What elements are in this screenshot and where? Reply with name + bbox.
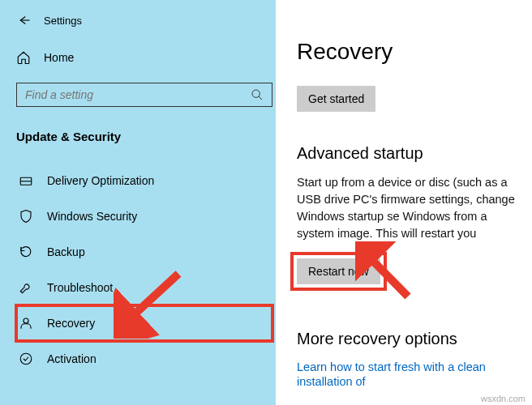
content-pane: Recovery Get started Advanced startup St… (276, 0, 532, 405)
sidebar-item-recovery[interactable]: Recovery (16, 305, 272, 341)
delivery-icon (18, 173, 34, 189)
sidebar-item-delivery-optimization[interactable]: Delivery Optimization (16, 163, 272, 198)
search-input[interactable] (16, 83, 272, 107)
home-nav[interactable]: Home (16, 50, 272, 65)
svg-line-2 (259, 96, 262, 100)
recovery-icon (18, 315, 34, 331)
advanced-startup-text: Start up from a device or disc (such as … (297, 174, 517, 242)
sidebar-item-label: Backup (47, 245, 85, 258)
advanced-startup-heading: Advanced startup (297, 144, 517, 163)
nav-list: Delivery Optimization Windows Security B… (16, 163, 272, 377)
backup-icon (18, 244, 34, 260)
fresh-install-link[interactable]: Learn how to start fresh with a clean in… (297, 360, 486, 388)
header-title: Settings (44, 15, 82, 27)
sidebar: Settings Home Update & Security Delivery… (0, 0, 276, 405)
sidebar-item-label: Windows Security (47, 210, 137, 223)
home-label: Home (44, 51, 74, 64)
section-header: Update & Security (16, 130, 272, 143)
sidebar-item-label: Activation (47, 352, 97, 365)
sidebar-item-label: Delivery Optimization (47, 174, 154, 187)
svg-point-5 (24, 318, 28, 323)
svg-point-6 (20, 353, 32, 364)
sidebar-item-label: Troubleshoot (47, 281, 113, 294)
sidebar-item-windows-security[interactable]: Windows Security (16, 198, 272, 234)
search-icon (251, 88, 264, 101)
shield-icon (18, 208, 34, 224)
watermark: wsxdn.com (481, 394, 526, 403)
activation-icon (18, 351, 34, 367)
back-icon[interactable] (16, 13, 31, 28)
sidebar-item-backup[interactable]: Backup (16, 234, 272, 270)
search-field[interactable] (25, 88, 236, 101)
get-started-button[interactable]: Get started (297, 86, 375, 112)
more-recovery-heading: More recovery options (297, 330, 517, 348)
sidebar-item-activation[interactable]: Activation (16, 341, 272, 377)
sidebar-item-label: Recovery (47, 317, 95, 330)
settings-header: Settings (16, 13, 272, 28)
svg-point-1 (252, 90, 260, 97)
restart-now-button[interactable]: Restart now (297, 258, 380, 284)
page-title: Recovery (297, 39, 517, 65)
home-icon (16, 50, 31, 65)
wrench-icon (18, 279, 34, 296)
sidebar-item-troubleshoot[interactable]: Troubleshoot (16, 270, 272, 305)
